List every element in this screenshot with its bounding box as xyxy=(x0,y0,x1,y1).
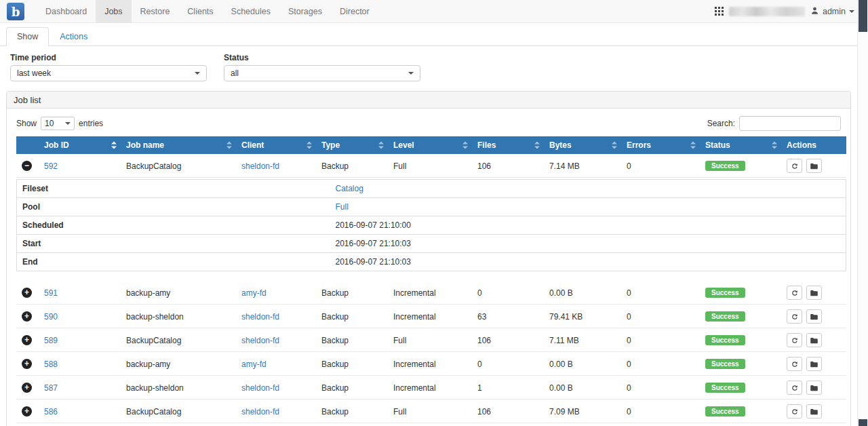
job-name-text: BackupCatalog xyxy=(126,161,181,171)
main-nav: Dashboard Jobs Restore Clients Schedules… xyxy=(37,0,378,22)
baculum-jobs-page: b Dashboard Jobs Restore Clients Schedul… xyxy=(0,0,868,426)
time-period-select[interactable]: last week xyxy=(10,65,207,81)
client-link[interactable]: amy-fd xyxy=(241,360,267,369)
files-text: 0 xyxy=(477,360,482,369)
detail-label: Scheduled xyxy=(17,216,330,235)
sort-icon[interactable] xyxy=(111,142,117,149)
col-header-actions: Actions xyxy=(781,136,846,154)
expand-toggle-icon[interactable]: + xyxy=(22,406,32,417)
sort-icon[interactable] xyxy=(612,142,617,149)
fileset-link[interactable]: Catalog xyxy=(336,184,363,193)
level-text: Incremental xyxy=(393,288,436,298)
navbar-right: admin xyxy=(715,0,868,22)
expand-toggle-icon[interactable]: + xyxy=(22,288,32,298)
nav-item-clients[interactable]: Clients xyxy=(178,0,222,22)
col-header-type[interactable]: Type xyxy=(316,136,388,154)
client-link[interactable]: sheldon-fd xyxy=(241,161,279,171)
user-menu[interactable]: admin xyxy=(810,6,854,17)
files-text: 106 xyxy=(477,336,491,345)
redacted-host-text xyxy=(729,7,805,16)
nav-item-jobs[interactable]: Jobs xyxy=(96,0,131,22)
job-files-button[interactable] xyxy=(806,404,822,419)
search-control: Search: xyxy=(707,116,841,131)
expand-toggle-icon[interactable]: + xyxy=(22,335,32,345)
sort-icon[interactable] xyxy=(307,142,312,149)
col-header-level[interactable]: Level xyxy=(388,136,472,154)
expand-toggle-icon[interactable]: + xyxy=(22,383,32,393)
col-header-job-name[interactable]: Job name xyxy=(121,136,236,154)
client-link[interactable]: amy-fd xyxy=(241,288,267,298)
page-size-select[interactable]: 10 xyxy=(41,117,75,130)
caret-down-icon xyxy=(408,72,414,75)
restart-job-button[interactable] xyxy=(787,159,802,173)
level-text: Full xyxy=(393,407,406,417)
level-text: Full xyxy=(393,161,406,171)
status-badge: Success xyxy=(705,335,745,345)
col-header-job-id[interactable]: Job ID xyxy=(39,136,121,154)
job-files-button[interactable] xyxy=(806,381,822,395)
scrollbar-bottom-button[interactable] xyxy=(859,419,867,426)
status-badge: Success xyxy=(705,311,745,322)
expand-toggle-icon[interactable]: + xyxy=(22,359,32,369)
files-text: 106 xyxy=(477,407,491,417)
col-header-files[interactable]: Files xyxy=(472,136,544,154)
job-id-link[interactable]: 592 xyxy=(44,161,58,171)
nav-item-storages[interactable]: Storages xyxy=(279,0,331,22)
sort-icon[interactable] xyxy=(462,142,468,149)
expand-toggle-icon[interactable]: + xyxy=(22,311,32,322)
tab-actions[interactable]: Actions xyxy=(49,27,98,46)
sort-icon[interactable] xyxy=(226,142,232,149)
nav-item-director[interactable]: Director xyxy=(331,0,378,22)
search-input[interactable] xyxy=(739,116,841,131)
col-header-label: Level xyxy=(393,140,414,150)
restart-job-button[interactable] xyxy=(787,357,802,371)
job-id-link[interactable]: 590 xyxy=(44,312,58,322)
errors-text: 0 xyxy=(627,383,631,393)
job-id-link[interactable]: 586 xyxy=(44,407,58,417)
search-label: Search: xyxy=(707,119,735,128)
restart-job-button[interactable] xyxy=(787,333,802,347)
client-link[interactable]: sheldon-fd xyxy=(241,336,279,345)
job-files-button[interactable] xyxy=(806,357,822,371)
sort-icon[interactable] xyxy=(534,142,540,149)
end-value: 2016-09-07 21:10:03 xyxy=(336,257,411,267)
client-link[interactable]: sheldon-fd xyxy=(241,383,279,393)
sort-icon[interactable] xyxy=(378,142,384,149)
sort-icon[interactable] xyxy=(690,142,696,149)
level-text: Incremental xyxy=(393,312,436,322)
job-id-link[interactable]: 591 xyxy=(44,288,58,298)
nav-item-dashboard[interactable]: Dashboard xyxy=(37,0,96,22)
client-link[interactable]: sheldon-fd xyxy=(241,407,279,417)
tabs-bar: Show Actions xyxy=(0,27,857,46)
client-link[interactable]: sheldon-fd xyxy=(241,312,279,322)
expand-toggle-icon[interactable]: − xyxy=(22,161,32,171)
job-id-link[interactable]: 588 xyxy=(44,360,58,369)
job-files-button[interactable] xyxy=(806,333,822,347)
tab-show[interactable]: Show xyxy=(6,27,49,46)
job-row: − 592 BackupCatalog sheldon-fd Backup Fu… xyxy=(16,154,846,178)
nav-item-schedules[interactable]: Schedules xyxy=(222,0,279,22)
col-header-label: Type xyxy=(321,140,340,150)
job-files-button[interactable] xyxy=(806,159,822,173)
col-header-errors[interactable]: Errors xyxy=(621,136,700,154)
col-header-bytes[interactable]: Bytes xyxy=(544,136,621,154)
pool-link[interactable]: Full xyxy=(336,202,349,212)
job-files-button[interactable] xyxy=(806,309,822,324)
job-id-link[interactable]: 587 xyxy=(44,383,58,393)
job-id-link[interactable]: 589 xyxy=(44,336,58,345)
app-logo[interactable]: b xyxy=(7,3,24,20)
vertical-scrollbar[interactable] xyxy=(857,0,868,426)
status-select[interactable]: all xyxy=(224,65,420,81)
restart-job-button[interactable] xyxy=(787,286,802,300)
restart-job-button[interactable] xyxy=(787,309,802,324)
nav-item-restore[interactable]: Restore xyxy=(132,0,179,22)
scrollbar-thumb[interactable] xyxy=(859,0,867,32)
col-header-client[interactable]: Client xyxy=(236,136,316,154)
sort-icon[interactable] xyxy=(772,142,777,149)
apps-grid-icon[interactable] xyxy=(715,7,724,16)
restart-job-button[interactable] xyxy=(787,404,802,419)
restart-job-button[interactable] xyxy=(787,381,802,395)
job-files-button[interactable] xyxy=(806,286,822,300)
col-header-status[interactable]: Status xyxy=(700,136,781,154)
job-row: + 590 backup-sheldon sheldon-fd Backup I… xyxy=(16,305,846,328)
